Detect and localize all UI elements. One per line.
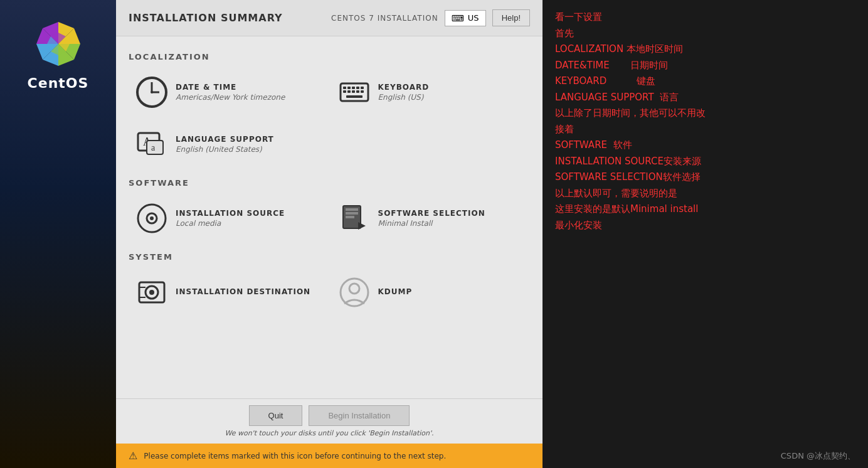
quit-button[interactable]: Quit [249, 405, 303, 426]
disk-notice: We won't touch your disks until you clic… [129, 429, 530, 437]
software-selection-title: SOFTWARE SELECTION [378, 209, 485, 218]
svg-rect-38 [346, 216, 354, 218]
date-time-title: DATE & TIME [176, 83, 285, 92]
keyboard-text: KEYBOARD English (US) [378, 83, 430, 102]
warning-bar: ⚠ Please complete items marked with this… [116, 444, 542, 468]
svg-rect-20 [356, 87, 359, 89]
svg-rect-27 [346, 95, 363, 98]
software-selection-text: SOFTWARE SELECTION Minimal Install [378, 209, 485, 228]
kdump-text: KDUMP [378, 287, 413, 297]
annotation-line-7: 接着 [555, 122, 855, 138]
language-support-title: LANGUAGE SUPPORT [176, 135, 274, 144]
annotation-line-6: 以上除了日期时间，其他可以不用改 [555, 105, 855, 122]
sidebar: CentOS [0, 0, 116, 468]
help-button[interactable]: Help! [492, 9, 530, 26]
installation-destination-title: INSTALLATION DESTINATION [176, 287, 310, 296]
annotation-line-10: SOFTWARE SELECTION软件选择 [555, 169, 855, 186]
annotation-line-5: LANGUAGE SUPPORT 语言 [555, 90, 855, 106]
installation-source-text: INSTALLATION SOURCE Local media [176, 209, 285, 228]
annotation-line-3: DATE&TIME 日期时间 [555, 58, 855, 74]
svg-rect-36 [346, 208, 358, 211]
csdn-credit: CSDN @冰点契约、 [781, 450, 855, 462]
keyboard-small-icon: ⌨ [452, 13, 464, 23]
svg-rect-22 [343, 90, 346, 93]
installation-destination-icon [135, 276, 168, 309]
installation-source-icon [135, 202, 168, 235]
keyboard-item[interactable]: KEYBOARD English (US) [331, 68, 531, 117]
annotation-line-9: INSTALLATION SOURCE安装来源 [555, 154, 855, 170]
svg-rect-26 [361, 90, 364, 93]
date-time-icon [135, 76, 168, 109]
begin-installation-button[interactable]: Begin Installation [309, 405, 410, 426]
keyboard-subtitle: English (US) [378, 93, 430, 102]
installation-source-title: INSTALLATION SOURCE [176, 209, 285, 218]
svg-rect-18 [347, 87, 351, 89]
annotation-line-8: SOFTWARE 软件 [555, 137, 855, 154]
svg-rect-24 [352, 90, 355, 93]
date-time-text: DATE & TIME Americas/New York timezone [176, 83, 285, 102]
kdump-title: KDUMP [378, 287, 413, 296]
svg-rect-21 [361, 87, 364, 89]
keyboard-icon [338, 76, 371, 109]
annotations-panel: 看一下设置 首先 LOCALIZATION 本地时区时间 DATE&TIME 日… [542, 0, 868, 468]
kdump-icon [338, 276, 371, 309]
installation-source-item[interactable]: INSTALLATION SOURCE Local media [129, 194, 328, 243]
main-panel: INSTALLATION SUMMARY CENTOS 7 INSTALLATI… [116, 0, 542, 468]
installation-destination-text: INSTALLATION DESTINATION [176, 287, 310, 297]
annotation-line-4: KEYBOARD 键盘 [555, 73, 855, 90]
header: INSTALLATION SUMMARY CENTOS 7 INSTALLATI… [116, 0, 542, 36]
annotation-line-1: 首先 [555, 26, 855, 42]
svg-point-15 [151, 91, 153, 93]
platform-label: CENTOS 7 INSTALLATION [331, 14, 438, 23]
svg-text:a: a [151, 143, 156, 152]
locale-value: US [468, 13, 479, 23]
annotation-line-0: 看一下设置 [555, 9, 855, 26]
warning-text: Please complete items marked with this i… [144, 452, 446, 460]
date-time-subtitle: Americas/New York timezone [176, 93, 285, 102]
language-support-icon: A a [135, 128, 168, 161]
software-selection-subtitle: Minimal Install [378, 219, 485, 228]
page-title: INSTALLATION SUMMARY [129, 12, 283, 24]
annotations-text: 看一下设置 首先 LOCALIZATION 本地时区时间 DATE&TIME 日… [555, 9, 855, 233]
content-area: LOCALIZATION DATE & TIME Americas/New Yo… [116, 36, 542, 398]
system-grid: INSTALLATION DESTINATION KDUMP [129, 268, 530, 317]
button-row: Quit Begin Installation [129, 405, 530, 426]
language-support-item[interactable]: A a LANGUAGE SUPPORT English (United Sta… [129, 120, 328, 169]
section-software-title: SOFTWARE [129, 178, 530, 188]
brand-name: CentOS [28, 75, 89, 91]
warning-icon: ⚠ [129, 450, 137, 462]
date-time-item[interactable]: DATE & TIME Americas/New York timezone [129, 68, 328, 117]
svg-marker-39 [358, 222, 366, 230]
centos-logo-icon [33, 19, 83, 69]
svg-rect-37 [346, 212, 358, 215]
annotation-line-11: 以上默认即可，需要说明的是 [555, 186, 855, 202]
svg-point-46 [349, 284, 359, 294]
svg-rect-23 [347, 90, 351, 93]
bottom-bar: Quit Begin Installation We won't touch y… [116, 398, 542, 444]
svg-point-34 [150, 216, 154, 220]
language-support-subtitle: English (United States) [176, 145, 274, 154]
kdump-item[interactable]: KDUMP [331, 268, 531, 317]
language-support-text: LANGUAGE SUPPORT English (United States) [176, 135, 274, 154]
installation-destination-item[interactable]: INSTALLATION DESTINATION [129, 268, 328, 317]
section-localization-title: LOCALIZATION [129, 52, 530, 61]
localization-grid: DATE & TIME Americas/New York timezone [129, 68, 530, 169]
annotation-line-12: 这里安装的是默认Minimal install [555, 201, 855, 218]
section-system-title: SYSTEM [129, 252, 530, 262]
header-right: CENTOS 7 INSTALLATION ⌨ US Help! [331, 9, 530, 26]
annotation-line-13: 最小化安装 [555, 218, 855, 234]
software-selection-item[interactable]: SOFTWARE SELECTION Minimal Install [331, 194, 531, 243]
svg-rect-19 [352, 87, 355, 89]
keyboard-title: KEYBOARD [378, 83, 430, 92]
software-grid: INSTALLATION SOURCE Local media SOF [129, 194, 530, 243]
software-selection-icon [338, 202, 371, 235]
installation-source-subtitle: Local media [176, 219, 285, 228]
locale-selector[interactable]: ⌨ US [445, 10, 486, 26]
svg-rect-17 [343, 87, 346, 89]
annotation-line-2: LOCALIZATION 本地时区时间 [555, 41, 855, 58]
svg-rect-25 [356, 90, 359, 93]
svg-point-42 [149, 290, 154, 295]
